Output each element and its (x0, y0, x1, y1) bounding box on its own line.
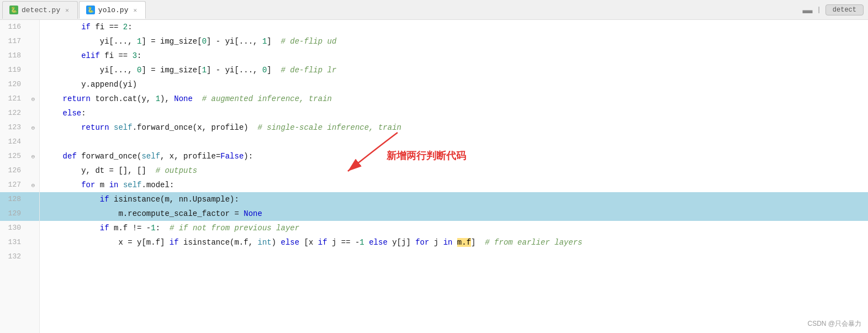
code-text-121: return torch.cat(y, 1), None # augmented… (44, 92, 332, 106)
line-num-121: 121 (0, 92, 27, 106)
tab-detect-close[interactable]: ✕ (63, 6, 71, 14)
code-text-125: def forward_once(self, x, profile=False)… (44, 149, 253, 163)
gutter-row-131: 131 (0, 235, 39, 250)
glyph-128 (27, 192, 40, 207)
fold-icon-121[interactable]: ⊖ (31, 96, 35, 103)
code-line-131: x = y[m.f] if isinstance(m.f, int) else … (40, 235, 868, 250)
gutter-row-117: 117 (0, 34, 39, 49)
line-num-127: 127 (0, 178, 27, 192)
fold-icon-125[interactable]: ⊖ (31, 153, 35, 160)
top-right-controls: ▬ | detect (803, 0, 868, 20)
code-text-132 (44, 250, 49, 264)
line-num-123: 123 (0, 120, 27, 135)
gutter-row-119: 119 (0, 63, 39, 77)
tab-yolo-label: yolo.py (98, 6, 129, 14)
code-line-120: y.append(yi) (40, 77, 868, 92)
code-text-129: m.recompute_scale_factor = None (44, 207, 262, 221)
line-num-119: 119 (0, 63, 27, 77)
code-text-117: yi[..., 1] = img_size[0] - yi[..., 1] # … (44, 34, 336, 49)
code-text-130: if m.f != -1: # if not from previous lay… (44, 221, 299, 235)
gutter-row-130: 130 (0, 221, 39, 235)
tab-yolo-close[interactable]: ✕ (131, 6, 139, 14)
code-line-117: yi[..., 1] = img_size[0] - yi[..., 1] # … (40, 34, 868, 49)
tab-yolo[interactable]: 🐍 yolo.py ✕ (79, 1, 146, 19)
code-text-119: yi[..., 0] = img_size[1] - yi[..., 0] # … (44, 63, 336, 77)
yolo-py-icon: 🐍 (86, 6, 95, 14)
gutter-row-126: 126 (0, 163, 39, 178)
line-num-125: 125 (0, 149, 27, 163)
code-line-127: for m in self.model: (40, 178, 868, 192)
glyph-122 (27, 106, 40, 120)
code-line-119: yi[..., 0] = img_size[1] - yi[..., 0] # … (40, 63, 868, 77)
code-line-122: else: (40, 106, 868, 120)
glyph-129 (27, 207, 40, 221)
fold-icon-123[interactable]: ⊖ (31, 124, 35, 131)
code-line-126: y, dt = [], [] # outputs (40, 163, 868, 178)
glyph-123[interactable]: ⊖ (27, 120, 40, 135)
code-line-129: m.recompute_scale_factor = None (40, 207, 868, 221)
gutter-row-128: 128 (0, 192, 39, 207)
separator: | (817, 6, 821, 14)
tab-detect-label: detect.py (22, 6, 60, 14)
glyph-125[interactable]: ⊖ (27, 149, 40, 163)
line-num-118: 118 (0, 49, 27, 63)
line-num-117: 117 (0, 34, 27, 49)
glyph-119 (27, 63, 40, 77)
code-content[interactable]: if fi == 2: yi[..., 1] = img_size[0] - y… (40, 20, 868, 333)
glyph-130 (27, 221, 40, 235)
line-num-132: 132 (0, 250, 27, 264)
code-line-124 (40, 135, 868, 149)
gutter-row-124: 124 (0, 135, 39, 149)
line-num-116: 116 (0, 20, 27, 34)
window-control-icon: ▬ (803, 4, 813, 16)
glyph-118 (27, 49, 40, 63)
gutter-row-122: 122 (0, 106, 39, 120)
glyph-126 (27, 163, 40, 178)
gutter-row-129: 129 (0, 207, 39, 221)
glyph-124 (27, 135, 40, 149)
tab-bar: 🐍 detect.py ✕ 🐍 yolo.py ✕ ▬ | detect (0, 0, 868, 20)
gutter-row-132: 132 (0, 250, 39, 264)
code-line-121: return torch.cat(y, 1), None # augmented… (40, 92, 868, 106)
code-text-116: if fi == 2: (44, 20, 133, 34)
watermark: CSDN @只会暴力 (807, 319, 861, 329)
gutter-row-116: 116 (0, 20, 39, 34)
code-line-128: if isinstance(m, nn.Upsample): (40, 192, 868, 207)
code-text-126: y, dt = [], [] # outputs (44, 163, 197, 178)
code-text-131: x = y[m.f] if isinstance(m.f, int) else … (44, 235, 583, 250)
glyph-116 (27, 20, 40, 34)
code-line-118: elif fi == 3: (40, 49, 868, 63)
line-num-128: 128 (0, 192, 27, 207)
tab-detect[interactable]: 🐍 detect.py ✕ (2, 1, 78, 19)
fold-icon-127[interactable]: ⊖ (31, 182, 35, 189)
detect-button[interactable]: detect (825, 4, 864, 15)
line-num-126: 126 (0, 163, 27, 178)
glyph-131 (27, 235, 40, 250)
line-num-120: 120 (0, 77, 27, 92)
gutter-row-127: 127 ⊖ (0, 178, 39, 192)
gutter-row-125: 125 ⊖ (0, 149, 39, 163)
code-text-124 (44, 135, 49, 149)
gutter-row-120: 120 (0, 77, 39, 92)
code-text-123: return self.forward_once(x, profile) # s… (44, 120, 401, 135)
line-num-130: 130 (0, 221, 27, 235)
code-text-118: elif fi == 3: (44, 49, 141, 63)
code-text-128: if isinstance(m, nn.Upsample): (44, 192, 239, 207)
code-line-116: if fi == 2: (40, 20, 868, 34)
code-text-122: else: (44, 106, 86, 120)
glyph-121[interactable]: ⊖ (27, 92, 40, 106)
glyph-117 (27, 34, 40, 49)
editor-area: 116 117 118 119 120 (0, 20, 868, 333)
glyph-127[interactable]: ⊖ (27, 178, 40, 192)
code-line-130: if m.f != -1: # if not from previous lay… (40, 221, 868, 235)
line-num-131: 131 (0, 235, 27, 250)
gutter-row-118: 118 (0, 49, 39, 63)
glyph-132 (27, 250, 40, 264)
highlight-m-f: m.f (457, 238, 471, 247)
line-num-129: 129 (0, 207, 27, 221)
line-num-124: 124 (0, 135, 27, 149)
code-text-120: y.append(yi) (44, 77, 137, 92)
gutter-row-123: 123 ⊖ (0, 120, 39, 135)
line-num-122: 122 (0, 106, 27, 120)
code-line-125: def forward_once(self, x, profile=False)… (40, 149, 868, 163)
